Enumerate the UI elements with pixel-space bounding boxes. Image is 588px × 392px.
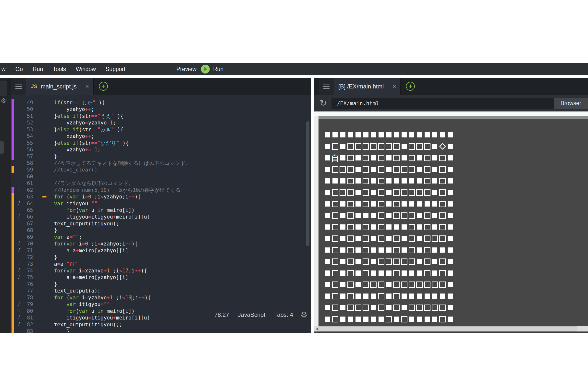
tab-main-script[interactable]: JS main_script.js × bbox=[26, 78, 94, 95]
maze-path-cell bbox=[423, 175, 431, 187]
new-tab-button[interactable]: + bbox=[99, 82, 108, 91]
maze-path-cell bbox=[331, 164, 339, 175]
maze-wall-cell bbox=[347, 313, 354, 325]
preview-hscroll-thumb[interactable] bbox=[318, 326, 577, 332]
line-number[interactable]: 54 bbox=[14, 133, 33, 140]
menu-item-window[interactable]: Window bbox=[71, 66, 101, 72]
maze-wall-cell bbox=[446, 279, 454, 290]
line-number[interactable]: 58 bbox=[14, 160, 33, 166]
maze-wall-cell bbox=[416, 290, 423, 302]
code-line-82: i82 text_output(itigyou);; bbox=[6, 321, 311, 328]
line-number[interactable]: 72 bbox=[14, 254, 33, 261]
cursor-position[interactable]: 78:27 bbox=[214, 312, 229, 318]
code-text: var itigyou="" bbox=[42, 301, 311, 308]
scroll-left-arrow-icon[interactable] bbox=[316, 328, 318, 330]
line-number[interactable]: 82 bbox=[14, 321, 33, 328]
code-line-49: 49 if(str=="した" ){ bbox=[6, 99, 311, 106]
maze-path-cell bbox=[438, 256, 446, 267]
maze-path-cell bbox=[438, 210, 446, 221]
editor-tab-menu-button[interactable] bbox=[11, 78, 26, 95]
maze-path-cell bbox=[331, 267, 339, 279]
change-marker bbox=[12, 214, 14, 220]
menu-item-run[interactable]: Run bbox=[28, 66, 48, 72]
menu-item-support[interactable]: Support bbox=[101, 66, 130, 72]
run-play-icon[interactable] bbox=[201, 65, 210, 74]
change-marker bbox=[12, 240, 14, 247]
language-mode[interactable]: JavaScript bbox=[238, 312, 265, 318]
change-marker bbox=[12, 146, 14, 153]
code-editor[interactable]: 49 if(str=="した" ){50 yzahyo++;51 }else i… bbox=[6, 95, 311, 333]
line-number[interactable]: 75 bbox=[14, 274, 33, 281]
line-number[interactable]: 68 bbox=[14, 227, 33, 234]
line-number[interactable]: 83 bbox=[14, 328, 33, 333]
line-number[interactable]: 79 bbox=[14, 301, 33, 308]
preview-horizontal-scrollbar[interactable] bbox=[314, 326, 588, 332]
line-number[interactable]: 80 bbox=[14, 308, 33, 314]
line-number[interactable]: 76 bbox=[14, 281, 33, 288]
line-number[interactable]: 65 bbox=[14, 207, 33, 214]
line-number[interactable]: 66 bbox=[14, 214, 33, 220]
line-number[interactable]: 74 bbox=[14, 267, 33, 274]
line-number[interactable]: 53 bbox=[14, 126, 33, 133]
line-number[interactable]: 78 bbox=[14, 294, 33, 301]
line-number[interactable]: 56 bbox=[14, 146, 33, 153]
code-line-74: i74 for(var i=xzahyo+1 ;i<17;i++){ bbox=[6, 267, 311, 274]
maze-row-15 bbox=[324, 290, 454, 302]
line-number[interactable]: 57 bbox=[14, 153, 33, 160]
line-number[interactable]: 71 bbox=[14, 247, 33, 254]
line-number[interactable]: 60 bbox=[14, 173, 33, 180]
code-text: a=a+meiro[yzahyo][i] bbox=[42, 274, 311, 281]
close-icon[interactable]: × bbox=[86, 83, 89, 90]
line-number[interactable]: 50 bbox=[14, 106, 33, 113]
browser-button[interactable]: Browser bbox=[554, 98, 588, 109]
line-number[interactable]: 81 bbox=[14, 314, 33, 321]
preview-tab-menu-button[interactable] bbox=[319, 78, 334, 95]
line-number[interactable]: 70 bbox=[14, 240, 33, 247]
menu-item-go[interactable]: Go bbox=[10, 66, 28, 72]
tab-preview-main-html[interactable]: [B] /EX/main.html × bbox=[334, 78, 400, 95]
maze-path-cell bbox=[393, 210, 400, 221]
maze-wall-cell bbox=[431, 210, 438, 221]
vertical-scrollbar-thumb[interactable] bbox=[306, 121, 310, 246]
change-marker bbox=[12, 267, 14, 274]
maze-path-cell bbox=[377, 198, 385, 210]
maze-path-cell bbox=[408, 187, 416, 198]
line-number[interactable]: 69 bbox=[14, 234, 33, 240]
maze-wall-cell bbox=[370, 221, 377, 233]
maze-path-cell bbox=[393, 187, 400, 198]
line-number[interactable]: 55 bbox=[14, 140, 33, 146]
maze-wall-cell bbox=[324, 175, 331, 187]
code-line-60: 60 bbox=[6, 173, 311, 180]
new-tab-button[interactable]: + bbox=[406, 82, 415, 91]
maze-wall-cell bbox=[446, 187, 454, 198]
line-number[interactable]: 59 bbox=[14, 166, 33, 173]
editor-settings-gear-icon[interactable]: ⚙ bbox=[300, 310, 308, 320]
line-number[interactable]: 63 bbox=[14, 193, 33, 200]
code-text: a=a+"自" bbox=[42, 261, 311, 268]
code-text: }else if(str=="うえ" ){ bbox=[42, 113, 311, 120]
line-number[interactable]: 61 bbox=[14, 180, 33, 187]
line-number[interactable]: 73 bbox=[14, 261, 33, 268]
line-number[interactable]: 67 bbox=[14, 220, 33, 227]
line-number[interactable]: 62 bbox=[14, 187, 33, 194]
close-icon[interactable]: × bbox=[392, 83, 396, 90]
tabs-count[interactable]: Tabs: 4 bbox=[274, 312, 293, 318]
line-number[interactable]: 51 bbox=[14, 113, 33, 120]
refresh-icon[interactable]: ↻ bbox=[318, 98, 328, 108]
maze-wall-cell bbox=[385, 175, 392, 187]
rail-collapse-handle[interactable] bbox=[0, 141, 4, 154]
menu-item-partial[interactable]: w bbox=[0, 66, 10, 72]
line-number[interactable]: 77 bbox=[14, 288, 33, 294]
run-button[interactable]: Run bbox=[201, 65, 224, 74]
maze-path-cell bbox=[347, 302, 354, 313]
maze-wall-cell bbox=[416, 175, 423, 187]
line-number[interactable]: 52 bbox=[14, 119, 33, 126]
change-marker bbox=[12, 200, 14, 207]
line-number[interactable]: 64 bbox=[14, 200, 33, 207]
preview-menu-button[interactable]: Preview bbox=[172, 66, 202, 72]
maze-path-cell bbox=[438, 313, 446, 325]
maze-path-cell bbox=[438, 233, 446, 244]
menu-item-tools[interactable]: Tools bbox=[48, 66, 71, 72]
line-number[interactable]: 49 bbox=[14, 99, 33, 106]
url-input[interactable]: /EX/main.html bbox=[332, 98, 554, 109]
